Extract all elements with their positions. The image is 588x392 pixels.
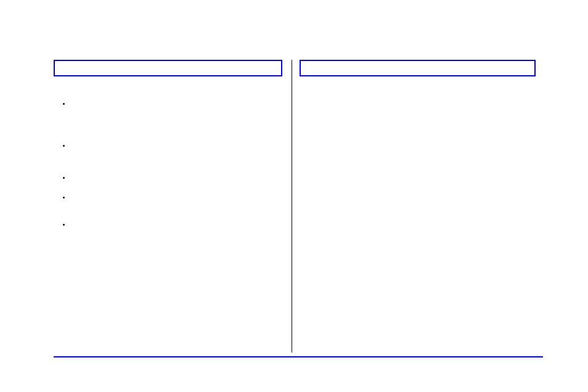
- list-item: [71, 101, 292, 110]
- list-item: [71, 222, 292, 231]
- footer-divider: [54, 356, 543, 357]
- right-input-field[interactable]: [300, 60, 536, 76]
- list-item: [71, 143, 292, 152]
- right-column: [292, 60, 543, 353]
- left-input-field[interactable]: [54, 60, 282, 76]
- main-content: [54, 60, 543, 353]
- bullet-list: [54, 101, 292, 231]
- left-column: [54, 60, 292, 353]
- column-divider: [292, 60, 292, 353]
- list-item: [71, 195, 292, 203]
- two-column-layout: [54, 60, 543, 353]
- list-item: [71, 175, 292, 184]
